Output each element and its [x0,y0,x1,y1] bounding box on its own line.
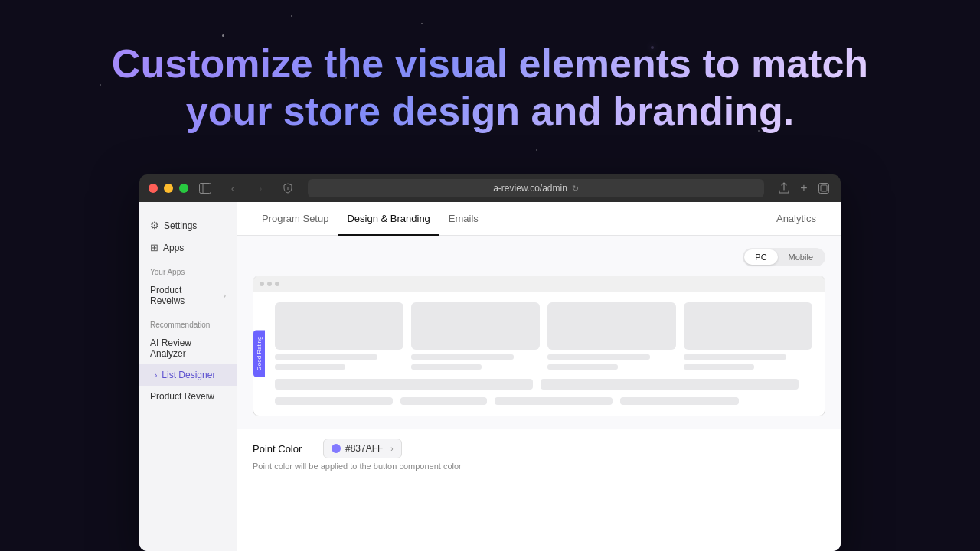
list-row-1b [541,379,799,390]
list-row-1a [275,379,533,390]
mini-browser-bar [253,276,825,292]
browser-dot-red[interactable] [149,184,158,193]
product-card-2 [411,302,540,370]
product-card-1 [275,302,403,370]
partial-card-1 [275,397,393,405]
product-card-line-2a [411,354,514,360]
bottom-partial-cards [275,397,812,405]
side-panel-button[interactable]: Good Rating [253,331,265,377]
color-picker-arrow-icon: › [390,445,393,453]
hero-section: Customize the visual elements to match y… [0,0,980,174]
browser-new-tab-button[interactable]: + [796,181,812,196]
ai-review-analyzer-label: AI Review Analyzer [150,337,226,359]
partial-card-2 [400,397,486,405]
tab-analytics[interactable]: Analytics [767,202,825,236]
color-picker-button[interactable]: #837AFF › [323,439,402,458]
product-card-line-4b [684,364,754,370]
list-rows [275,379,812,390]
hero-title: Customize the visual elements to match y… [112,40,868,135]
point-color-hint: Point color will be applied to the butto… [253,461,825,471]
partial-card-3 [495,397,612,405]
browser-privacy-icon [280,181,296,196]
preview-area: PC Mobile [237,236,841,429]
color-swatch [332,444,341,453]
tab-bar: Program Setup Design & Branding Emails A… [237,202,841,236]
svg-rect-4 [821,185,827,191]
product-card-img-3 [547,302,676,350]
browser-tab-overview-button[interactable] [816,181,831,196]
browser-reload-icon[interactable]: ↻ [572,184,579,194]
apps-icon: ⊞ [150,242,158,253]
sidebar-product-reveiws-label: Product Reveiws [150,285,219,306]
list-row-pair-1 [275,379,812,390]
tab-design-branding[interactable]: Design & Branding [338,202,439,236]
mini-browser-preview: Good Rating [253,276,825,416]
product-card-line-1a [275,354,377,360]
mini-dot-1 [260,282,264,286]
sidebar-item-product-reveiw[interactable]: Product Reveiw [139,386,237,407]
product-reveiw-label: Product Reveiw [150,391,214,402]
browser-share-button[interactable] [776,181,792,196]
product-reveiws-arrow: › [224,292,226,300]
sidebar-item-list-designer[interactable]: › List Designer [139,364,237,386]
browser-url-bar[interactable]: a-review.co/admin ↻ [308,179,764,197]
browser-back-button[interactable]: ‹ [222,181,243,196]
mini-content: Good Rating [253,292,825,416]
product-card-3 [547,302,676,370]
tab-program-setup[interactable]: Program Setup [253,202,338,236]
app-content: ⚙ Settings ⊞ Apps Your Apps Product Reve… [139,202,841,551]
product-card-line-1b [275,364,345,370]
product-card-line-3a [547,354,650,360]
toggle-mobile[interactable]: Mobile [778,249,824,265]
point-color-label: Point Color [253,443,314,455]
product-card-img-1 [275,302,403,350]
sidebar-item-settings[interactable]: ⚙ Settings [139,214,237,236]
point-color-section: Point Color #837AFF › Point color will b… [237,429,841,480]
settings-icon: ⚙ [150,220,159,231]
browser-dot-yellow[interactable] [164,184,173,193]
browser-chrome: ‹ › a-review.co/admin ↻ + [139,174,841,202]
list-designer-label: List Designer [162,370,215,380]
browser-sidebar-toggle[interactable] [194,181,216,196]
browser-forward-button[interactable]: › [250,181,271,196]
mini-dot-3 [275,282,279,286]
svg-rect-3 [819,184,829,194]
point-color-row: Point Color #837AFF › [253,439,825,458]
sidebar: ⚙ Settings ⊞ Apps Your Apps Product Reve… [139,202,237,551]
sidebar-apps-label: Apps [163,243,184,253]
product-card-line-3b [547,364,618,370]
sidebar-item-product-reveiws[interactable]: Product Reveiws › [139,279,237,311]
product-card-img-2 [411,302,540,350]
browser-window: ‹ › a-review.co/admin ↻ + [139,174,841,551]
toggle-pc[interactable]: PC [744,249,777,265]
sidebar-settings-label: Settings [164,220,197,231]
main-content: Program Setup Design & Branding Emails A… [237,202,841,551]
mini-dot-2 [267,282,272,286]
sidebar-item-ai-review-analyzer[interactable]: AI Review Analyzer [139,332,237,364]
preview-toggle: PC Mobile [743,248,825,266]
color-value: #837AFF [345,443,383,454]
product-grid [275,302,812,370]
svg-rect-0 [200,184,211,194]
product-card-line-4a [684,354,786,360]
browser-url-text: a-review.co/admin [493,183,567,194]
browser-actions: + [776,181,831,196]
sidebar-item-apps[interactable]: ⊞ Apps [139,236,237,259]
tab-emails[interactable]: Emails [439,202,488,236]
sidebar-recommendation-label: Recommendation [139,311,237,332]
browser-dot-green[interactable] [179,184,188,193]
preview-controls: PC Mobile [253,248,825,266]
product-card-4 [684,302,812,370]
partial-card-4 [620,397,738,405]
product-card-img-4 [684,302,812,350]
product-card-line-2b [411,364,482,370]
sidebar-your-apps-label: Your Apps [139,259,237,279]
